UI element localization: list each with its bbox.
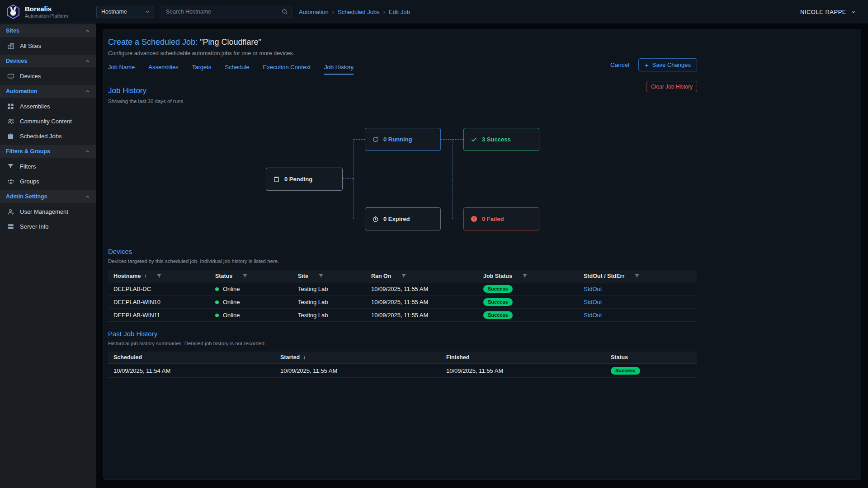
sidebar-item-devices[interactable]: Devices [0,69,96,84]
brand-name: Borealis [25,5,68,13]
search-input[interactable] [166,9,282,15]
sidebar-section-sites[interactable]: Sites [0,24,96,37]
hostname-search[interactable] [161,6,292,18]
column-header-job-status[interactable]: Job Status [483,273,584,279]
filter-icon[interactable] [634,273,640,279]
status-badge: Success [483,285,513,293]
status-badge: Success [483,298,513,306]
breadcrumb-separator-icon: › [383,9,385,15]
status-cell: Online [215,312,298,319]
table-row[interactable]: DEEPLAB-WIN11 Online Testing Lab 10/09/2… [108,309,697,322]
sidebar-section-automation[interactable]: Automation [0,85,96,98]
server-icon [7,223,14,230]
sidebar-item-community-content[interactable]: Community Content [0,114,96,129]
filter-icon[interactable] [318,273,324,279]
sidebar-item-label: Filters [20,163,36,170]
buildings-icon [7,42,14,50]
brand-logo-block[interactable]: Borealis Automation Platform [0,4,96,19]
section-label: Admin Settings [6,193,47,200]
failed-count-box: 0 Failed [463,207,539,230]
sidebar-item-assemblies[interactable]: Assemblies [0,99,96,114]
column-label: Site [298,273,308,279]
stdout-link[interactable]: StdOut [584,312,602,319]
sidebar-item-filters[interactable]: Filters [0,159,96,174]
chevron-up-icon [85,89,90,94]
breadcrumb-automation[interactable]: Automation [299,9,329,15]
running-count-box: 0 Running [365,128,441,151]
flow-connector [453,139,453,219]
failed-count-label: 0 Failed [482,216,504,222]
sort-asc-icon[interactable]: ↑ [144,273,146,279]
filter-icon[interactable] [242,273,248,279]
column-label: Started [280,354,300,361]
column-header-finished[interactable]: Finished [446,354,611,361]
stdout-link[interactable]: StdOut [584,286,602,292]
user-menu[interactable]: NICOLE RAPPE [800,9,856,15]
sidebar-item-server-info[interactable]: Server Info [0,219,96,234]
column-header-stdout-stderr[interactable]: StdOut / StdErr [584,273,697,279]
sidebar-item-user-management[interactable]: User Management [0,204,96,219]
clipboard-icon [273,176,280,183]
table-row[interactable]: DEEPLAB-WIN10 Online Testing Lab 10/09/2… [108,296,697,309]
clear-job-history-button[interactable]: Clear Job History [646,81,697,92]
brand-subtitle: Automation Platform [25,13,68,19]
job-history-heading: Job History [108,86,697,95]
sort-desc-icon[interactable]: ↓ [303,354,306,361]
sidebar-item-label: Assemblies [20,103,50,110]
filter-icon[interactable] [401,273,406,279]
column-header-site[interactable]: Site [298,273,371,279]
chevron-up-icon [85,28,90,34]
chevron-up-icon [85,149,90,155]
sidebar-item-label: User Management [20,208,68,215]
hostname-cell: DEEPLAB-WIN11 [108,312,215,319]
tab-execution-context[interactable]: Execution Context [263,64,311,75]
running-count-label: 0 Running [383,136,412,143]
devices-subtitle: Devices targeted by this scheduled job. … [108,258,697,264]
tab-schedule[interactable]: Schedule [225,64,249,75]
sidebar-item-scheduled-jobs[interactable]: Scheduled Jobs [0,129,96,144]
sidebar-item-all-sites[interactable]: All Sites [0,38,96,53]
main-area: Create a Scheduled Job: "Ping Cloudflare… [96,23,868,488]
column-label: Status [215,273,232,279]
sidebar-item-groups[interactable]: Groups [0,174,96,189]
pending-count-label: 0 Pending [284,176,312,183]
flow-connector [354,139,365,140]
top-bar: Borealis Automation Platform Hostname Au… [0,0,868,23]
column-header-hostname[interactable]: Hostname ↑ [108,273,215,279]
check-icon [471,136,477,143]
filter-icon[interactable] [156,273,162,279]
column-label: Status [611,354,628,361]
hostname-select[interactable]: Hostname [96,6,154,18]
devices-table-header: Hostname ↑ Status Site Ran On Job Status [108,270,697,282]
column-label: Scheduled [113,354,142,361]
filter-icon[interactable] [522,273,528,279]
cancel-button[interactable]: Cancel [610,61,629,68]
table-row[interactable]: DEEPLAB-DC Online Testing Lab 10/09/2025… [108,282,697,296]
table-row[interactable]: 10/09/2025, 11:54 AM 10/09/2025, 11:55 A… [108,364,697,378]
column-header-status[interactable]: Status [611,354,697,361]
page-title: Create a Scheduled Job: "Ping Cloudflare… [108,38,697,47]
stdout-link[interactable]: StdOut [584,299,602,305]
save-changes-button[interactable]: + Save Changes [638,58,697,71]
tab-assemblies[interactable]: Assemblies [148,64,178,75]
column-header-status[interactable]: Status [215,273,298,279]
breadcrumb-scheduled-jobs[interactable]: Scheduled Jobs [338,9,380,15]
column-label: Job Status [483,273,512,279]
form-actions: Cancel + Save Changes [610,58,697,71]
sidebar-section-filters-groups[interactable]: Filters & Groups [0,145,96,158]
tab-targets[interactable]: Targets [192,64,212,75]
edit-job-panel: Create a Scheduled Job: "Ping Cloudflare… [103,29,861,480]
search-icon[interactable] [282,9,288,15]
tab-job-name[interactable]: Job Name [108,64,135,75]
column-label: Ran On [371,273,391,279]
sidebar-section-admin-settings[interactable]: Admin Settings [0,190,96,203]
tab-job-history[interactable]: Job History [324,64,354,75]
breadcrumb-edit-job[interactable]: Edit Job [389,9,410,15]
column-header-scheduled[interactable]: Scheduled [108,354,280,361]
sidebar-section-devices[interactable]: Devices [0,55,96,67]
column-header-started[interactable]: Started ↓ [280,354,446,361]
refresh-icon [372,136,379,143]
sidebar: Sites All Sites Devices Devices Automati… [0,23,96,488]
column-header-ran-on[interactable]: Ran On [371,273,483,279]
online-status-dot [215,300,219,304]
